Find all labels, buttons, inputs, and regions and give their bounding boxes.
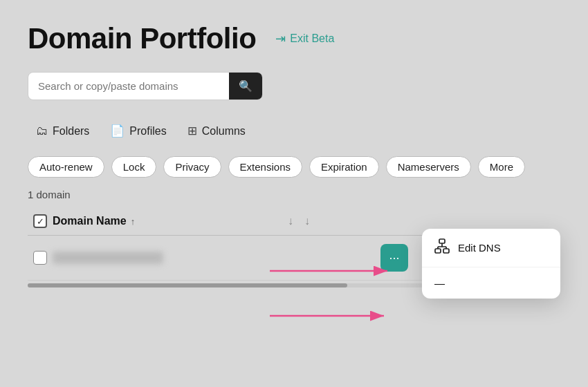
more-options-button[interactable]: ··· bbox=[380, 244, 408, 272]
col-sort-icon-2: ↓ bbox=[304, 215, 310, 227]
extra-columns: ↓ ↓ bbox=[288, 215, 560, 227]
svg-rect-2 bbox=[443, 249, 449, 253]
search-input[interactable] bbox=[28, 73, 229, 99]
filter-expiration[interactable]: Expiration bbox=[309, 156, 379, 178]
search-container: 🔍 bbox=[28, 72, 263, 100]
filter-auto-renew[interactable]: Auto-renew bbox=[28, 156, 104, 178]
edit-dns-menu-item[interactable]: Edit DNS bbox=[422, 229, 560, 267]
columns-icon: ⊞ bbox=[187, 124, 197, 138]
domain-table: ✓ Domain Name ↑ ↓ ↓ ··· bbox=[28, 207, 560, 287]
filter-row: Auto-renew Lock Privacy Extensions Expir… bbox=[28, 156, 560, 178]
folders-label: Folders bbox=[53, 125, 89, 138]
search-button[interactable]: 🔍 bbox=[229, 73, 262, 100]
dns-icon bbox=[434, 238, 450, 257]
search-icon: 🔍 bbox=[239, 79, 252, 93]
scrollbar-thumb[interactable] bbox=[28, 283, 347, 287]
dash-menu-item[interactable]: — bbox=[422, 267, 560, 299]
context-menu: Edit DNS — bbox=[422, 229, 560, 299]
filter-more[interactable]: More bbox=[478, 156, 525, 178]
more-dots-icon: ··· bbox=[389, 251, 399, 265]
columns-button[interactable]: ⊞ Columns bbox=[179, 120, 254, 142]
exit-icon: ⇥ bbox=[275, 31, 286, 46]
exit-beta-label: Exit Beta bbox=[290, 32, 334, 45]
svg-rect-0 bbox=[439, 239, 445, 243]
profiles-label: Profiles bbox=[129, 125, 166, 138]
exit-beta-button[interactable]: ⇥ Exit Beta bbox=[270, 28, 340, 49]
filter-lock[interactable]: Lock bbox=[111, 156, 157, 178]
domain-count: 1 domain bbox=[28, 189, 560, 200]
domain-name-column-header[interactable]: Domain Name ↑ bbox=[53, 215, 288, 227]
page-title: Domain Portfolio bbox=[28, 22, 256, 55]
profiles-button[interactable]: 📄 Profiles bbox=[102, 120, 174, 142]
col-sort-icon-1: ↓ bbox=[288, 215, 293, 227]
filter-nameservers[interactable]: Nameservers bbox=[386, 156, 471, 178]
toolbar: 🗂 Folders 📄 Profiles ⊞ Columns bbox=[28, 120, 560, 142]
domain-name-label: Domain Name bbox=[53, 215, 127, 227]
domain-name-blurred bbox=[53, 252, 163, 264]
sort-asc-icon: ↑ bbox=[131, 216, 136, 227]
folders-button[interactable]: 🗂 Folders bbox=[28, 120, 98, 142]
filter-extensions[interactable]: Extensions bbox=[228, 156, 302, 178]
svg-rect-1 bbox=[435, 249, 441, 253]
profiles-icon: 📄 bbox=[110, 124, 125, 138]
folder-icon: 🗂 bbox=[36, 124, 48, 138]
columns-label: Columns bbox=[202, 125, 246, 138]
table-row: ··· bbox=[28, 236, 560, 281]
edit-dns-label: Edit DNS bbox=[458, 242, 501, 254]
select-all-checkbox[interactable]: ✓ bbox=[28, 214, 53, 228]
filter-privacy[interactable]: Privacy bbox=[163, 156, 221, 178]
dash-icon: — bbox=[434, 277, 445, 289]
row-checkbox[interactable] bbox=[28, 251, 53, 265]
